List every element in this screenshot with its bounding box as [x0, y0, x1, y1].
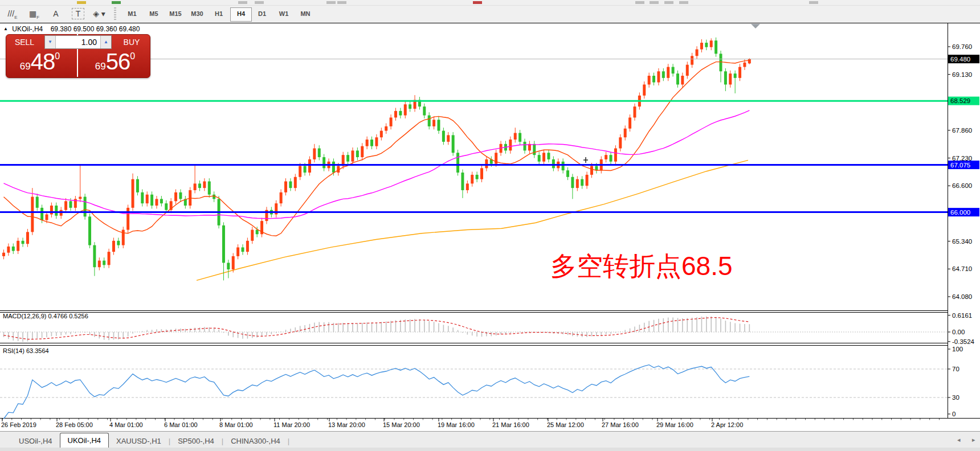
- sell-price-prefix: 69: [20, 61, 31, 72]
- symbol-tab-ukoilh4[interactable]: UKOil-,H4: [60, 433, 109, 448]
- price-badge-label: 68.529: [950, 97, 970, 104]
- macd-scale-label: 0.00: [952, 329, 965, 335]
- clipped-icon: [326, 1, 336, 4]
- rsi-scale-label: 70: [952, 366, 959, 372]
- time-axis-label: 13 Mar 20:00: [328, 421, 365, 428]
- timeframe-button-m1[interactable]: M1: [122, 7, 142, 20]
- chart-ohlc-values: 69.380 69.500 69.360 69.480: [51, 25, 140, 33]
- price-badge-label: 66.000: [950, 209, 970, 216]
- rsi-scale-label: 0: [952, 411, 956, 417]
- time-axis-label: 8 Mar 01:00: [219, 421, 253, 428]
- macd-label: MACD(12,26,9) 0.4766 0.5256: [3, 313, 88, 319]
- price-tick-label: 69.760: [952, 43, 972, 50]
- icon-sub-label: F: [36, 15, 39, 20]
- price-tick-label: 64.710: [952, 265, 972, 272]
- time-axis-label: 11 Mar 20:00: [273, 421, 310, 428]
- time-axis-label: 2 Apr 12:00: [711, 421, 743, 428]
- timeframe-button-m15[interactable]: M15: [165, 7, 186, 20]
- timeframe-button-d1[interactable]: D1: [252, 7, 272, 20]
- clipped-icon: [679, 1, 688, 4]
- clipped-toolbar-row: [0, 0, 980, 6]
- chart-annotation-text: 多空转折点68.5: [550, 252, 733, 281]
- clipped-icon: [664, 1, 673, 4]
- trading-terminal-window: 69.76069.13067.86067.23066.60065.34064.7…: [0, 0, 980, 451]
- timeframe-button-m30[interactable]: M30: [187, 7, 207, 20]
- volume-input[interactable]: 1.00: [56, 36, 100, 48]
- timeframe-button-h4[interactable]: H4: [230, 7, 252, 22]
- text-tool-icon: T: [76, 9, 81, 18]
- sell-price-main: 48: [31, 49, 55, 74]
- time-axis-label: 4 Mar 01:00: [109, 421, 143, 428]
- time-axis-label: 29 Mar 16:00: [656, 421, 693, 428]
- clipped-icon: [473, 1, 482, 4]
- timeframe-button-w1[interactable]: W1: [273, 7, 294, 20]
- rsi-scale-label: 30: [952, 394, 959, 401]
- text-tool-icon[interactable]: T: [72, 8, 84, 19]
- shapes-tool-icon: ◈ ▾: [93, 9, 105, 18]
- shapes-tool-icon[interactable]: ◈ ▾: [90, 7, 108, 20]
- clipped-icon: [112, 1, 121, 4]
- buy-price[interactable]: 69560: [80, 49, 150, 75]
- time-axis-label: 27 Mar 16:00: [602, 421, 639, 428]
- collapse-arrow-icon[interactable]: ▲: [3, 26, 8, 31]
- time-axis-label: 25 Mar 12:00: [547, 421, 584, 428]
- crosshair-tool-icon: ///: [7, 9, 14, 18]
- sell-price[interactable]: 69480: [5, 49, 75, 75]
- time-axis-label: 21 Mar 16:00: [492, 421, 529, 428]
- clipped-icon: [650, 1, 659, 4]
- tab-scroll-left-icon[interactable]: ◂: [957, 436, 961, 444]
- price-tick-label: 64.080: [952, 293, 972, 300]
- tab-scroll-right-icon[interactable]: ▸: [972, 436, 975, 444]
- symbol-tab-sp500h4[interactable]: SP500-,H4: [170, 434, 222, 448]
- timeframe-button-mn[interactable]: MN: [295, 7, 316, 20]
- clipped-icon: [255, 1, 264, 4]
- time-axis-label: 6 Mar 01:00: [164, 421, 198, 428]
- tab-separator: |: [288, 434, 289, 448]
- time-axis-label: 15 Mar 20:00: [383, 421, 420, 428]
- volume-stepper: ▼ 1.00 ▲: [44, 35, 112, 49]
- price-tick-label: 67.860: [952, 127, 972, 134]
- crosshair-tool-icon[interactable]: ///E: [3, 7, 22, 20]
- sell-button[interactable]: SELL: [5, 38, 44, 47]
- buy-price-sup: 0: [130, 51, 135, 61]
- chart-title-bar: ▲ UKOil-,H4 69.380 69.500 69.360 69.480: [3, 25, 140, 33]
- buy-price-prefix: 69: [95, 61, 106, 72]
- time-axis-label: 19 Mar 16:00: [438, 421, 475, 428]
- timeframe-button-m5[interactable]: M5: [144, 7, 164, 20]
- symbol-tab-bar: USOil-,H4UKOil-,H4XAUUSD-,H1|SP500-,H4|C…: [0, 431, 980, 448]
- clipped-icon: [77, 1, 86, 4]
- price-tick-label: 65.340: [952, 238, 972, 245]
- volume-decrease-button[interactable]: ▼: [45, 36, 56, 48]
- time-axis-label: 28 Feb 05:00: [56, 421, 93, 428]
- text-label-tool-icon: A: [53, 9, 58, 18]
- symbol-tab-usoilh4[interactable]: USOil-,H4: [11, 434, 60, 448]
- buy-price-main: 56: [106, 49, 130, 74]
- chart-symbol-label: UKOil-,H4: [12, 25, 43, 33]
- toolbar-separator: [114, 7, 116, 20]
- buy-button[interactable]: BUY: [112, 38, 152, 47]
- sell-price-sup: 0: [55, 51, 60, 61]
- grid-tool-icon: ▦: [29, 9, 36, 18]
- volume-increase-button[interactable]: ▲: [100, 36, 111, 48]
- price-badge-label: 69.480: [950, 56, 970, 63]
- price-tick-label: 69.130: [952, 71, 972, 78]
- icon-sub-label: E: [14, 15, 17, 20]
- window-bottom-strip: [0, 448, 980, 451]
- clipped-icon: [809, 1, 818, 4]
- text-label-tool-icon[interactable]: A: [47, 7, 65, 20]
- clipped-icon: [635, 1, 644, 4]
- price-tick-label: 66.600: [952, 182, 972, 189]
- rsi-label: RSI(14) 63.3564: [3, 347, 49, 354]
- symbol-tab-china300h4[interactable]: CHINA300-,H4: [223, 434, 288, 448]
- clipped-icon: [337, 1, 346, 4]
- macd-scale-label: 0.6161: [952, 312, 972, 319]
- grid-tool-icon[interactable]: ▦F: [25, 7, 43, 20]
- toolbar: ///E▦FAT◈ ▾ M1M5M15M30H1H4D1W1MN: [0, 6, 980, 23]
- timeframe-button-h1[interactable]: H1: [209, 7, 229, 20]
- price-tick-label: 67.230: [952, 155, 972, 162]
- rsi-scale-label: 100: [952, 346, 963, 352]
- clipped-icon: [238, 1, 247, 4]
- macd-scale-label: -0.3524: [952, 338, 975, 345]
- symbol-tab-xauusdh1[interactable]: XAUUSD-,H1: [109, 434, 169, 448]
- price-badge-label: 67.075: [950, 162, 970, 169]
